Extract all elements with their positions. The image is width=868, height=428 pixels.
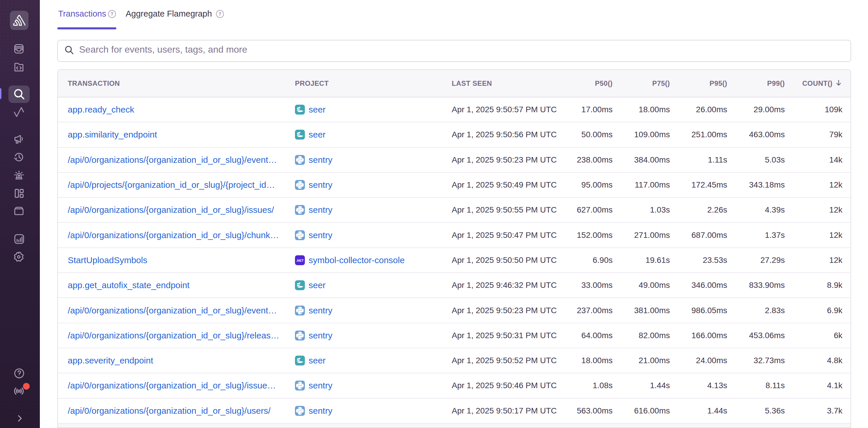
svg-text:.NET: .NET [296, 259, 304, 262]
svg-text:?: ? [111, 12, 114, 17]
svg-text:?: ? [218, 12, 221, 17]
